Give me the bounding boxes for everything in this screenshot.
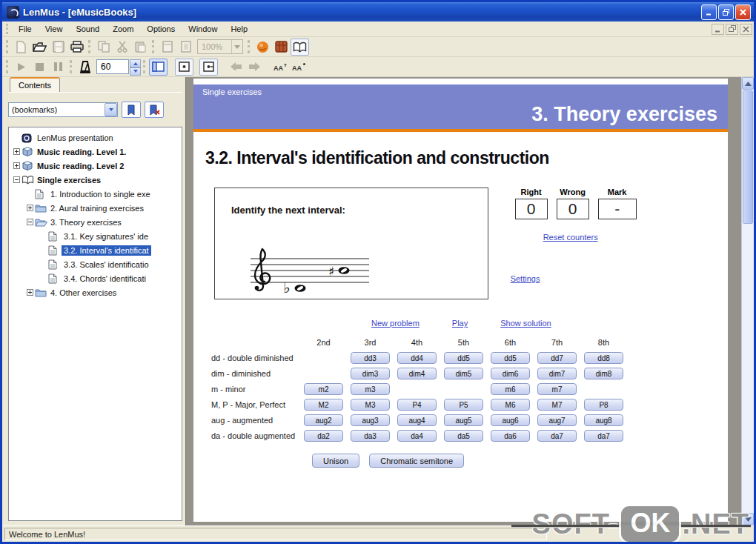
interval-button[interactable]: aug3 (351, 414, 390, 426)
interval-button[interactable]: aug4 (397, 414, 437, 426)
tree-item-label[interactable]: 3. Theory exercises (48, 217, 124, 228)
font-increase-button[interactable]: AA (271, 59, 290, 76)
forward-button[interactable] (245, 59, 264, 76)
mdi-restore-button[interactable] (726, 24, 738, 35)
interval-button[interactable]: da3 (351, 430, 390, 442)
interval-button[interactable]: da6 (491, 430, 530, 442)
zoom-select[interactable]: 100% (197, 39, 243, 54)
expander-minus-icon[interactable] (12, 176, 21, 183)
interval-button[interactable]: dim6 (491, 368, 530, 379)
tab-contents[interactable]: Contents (10, 77, 60, 92)
interval-button[interactable]: da7 (537, 430, 577, 442)
interval-button[interactable]: dim4 (397, 368, 437, 379)
interval-button[interactable]: M2 (304, 399, 343, 411)
toolbar-grip[interactable] (248, 40, 251, 53)
midi-sound-button[interactable] (253, 39, 272, 56)
tree-item[interactable]: 3.2. Interval's identificat (10, 243, 180, 257)
scroll-down-button[interactable] (742, 513, 754, 525)
toolbar-grip[interactable] (152, 40, 156, 53)
tree-item[interactable]: Music reading. Level 1. (10, 145, 180, 159)
bookmarks-dropdown-arrow[interactable] (105, 103, 117, 116)
interval-button[interactable]: m7 (537, 383, 577, 395)
expander-plus-icon[interactable] (12, 148, 21, 155)
settings-link[interactable]: Settings (511, 274, 540, 283)
expander-plus-icon[interactable] (25, 289, 35, 296)
back-button[interactable] (227, 59, 245, 76)
interval-button[interactable]: dd5 (444, 352, 483, 364)
reset-counters-link[interactable]: Reset counters (543, 233, 598, 242)
show-solution-link[interactable]: Show solution (500, 319, 551, 328)
interval-button[interactable]: da4 (397, 430, 437, 442)
scroll-up-button[interactable] (742, 77, 754, 90)
print-preview-button[interactable] (176, 39, 195, 56)
instrument-button[interactable] (272, 39, 291, 56)
tempo-input[interactable] (96, 59, 129, 74)
music-book-button[interactable] (291, 39, 309, 56)
interval-button[interactable]: P8 (584, 399, 623, 411)
tree-item-label[interactable]: 3.1. Key signatures' ide (62, 231, 150, 242)
play-button[interactable] (12, 59, 30, 76)
interval-button[interactable]: da5 (444, 430, 483, 442)
pause-button[interactable] (49, 59, 67, 76)
tree-item-label[interactable]: 3.3. Scales' identificatio (62, 259, 151, 270)
interval-button[interactable]: dim8 (584, 368, 623, 379)
expander-plus-icon[interactable] (25, 205, 35, 211)
tree-item-label[interactable]: 3.2. Interval's identificat (62, 245, 151, 256)
interval-button[interactable]: m6 (491, 383, 530, 395)
copy-button[interactable] (94, 39, 113, 56)
play-link[interactable]: Play (452, 319, 468, 328)
page-setup-button[interactable] (158, 39, 176, 56)
tree-item[interactable]: LenMus presentation (10, 130, 180, 145)
interval-button[interactable]: dd4 (397, 352, 437, 364)
print-button[interactable] (67, 39, 86, 56)
toolbar-grip[interactable] (143, 60, 147, 73)
new-document-button[interactable] (12, 39, 30, 56)
interval-button[interactable]: dd7 (537, 352, 577, 364)
tree-item[interactable]: Music reading. Level 2 (10, 159, 180, 173)
interval-button[interactable]: M7 (537, 399, 577, 411)
restore-button[interactable] (718, 4, 734, 20)
vertical-scrollbar[interactable] (741, 77, 754, 525)
tree-item[interactable]: 3.1. Key signatures' ide (10, 229, 180, 243)
toggle-sidebar-button[interactable] (149, 59, 168, 76)
close-button[interactable] (735, 4, 751, 20)
mdi-close-button[interactable] (740, 24, 752, 35)
page-view-button-1[interactable] (175, 59, 193, 76)
open-file-button[interactable] (30, 39, 49, 56)
interval-button[interactable]: da7 (584, 430, 623, 442)
interval-button[interactable]: m3 (351, 383, 390, 395)
interval-button[interactable]: P5 (444, 399, 483, 411)
interval-button[interactable]: aug5 (444, 414, 483, 426)
special-interval-button[interactable]: Chromatic semitone (369, 454, 464, 468)
tree-item-label[interactable]: Single exercises (35, 175, 103, 185)
save-button[interactable] (49, 39, 67, 56)
interval-button[interactable]: dim3 (351, 368, 390, 379)
interval-button[interactable]: aug6 (491, 414, 530, 426)
menu-file[interactable]: File (12, 22, 39, 36)
menu-view[interactable]: View (39, 22, 70, 36)
menu-help[interactable]: Help (224, 22, 254, 36)
menu-zoom[interactable]: Zoom (106, 22, 140, 36)
expander-minus-icon[interactable] (25, 219, 35, 225)
interval-button[interactable]: aug7 (537, 414, 577, 426)
tree-item[interactable]: 2. Aural training exercises (10, 201, 180, 215)
title-bar[interactable]: LenMus - [eMusicBooks] (2, 2, 754, 21)
zoom-dropdown-arrow[interactable] (231, 40, 242, 53)
tree-item-label[interactable]: Music reading. Level 1. (35, 147, 128, 157)
interval-button[interactable]: P4 (397, 399, 437, 411)
menu-window[interactable]: Window (182, 22, 224, 36)
bookmarks-dropdown[interactable]: (bookmarks) (8, 102, 118, 117)
tempo-spinner[interactable] (130, 59, 141, 74)
new-problem-link[interactable]: New problem (371, 319, 420, 328)
special-interval-button[interactable]: Unison (312, 454, 359, 468)
toolbar-grip[interactable] (6, 40, 10, 53)
interval-button[interactable]: dim5 (444, 368, 483, 379)
menu-options[interactable]: Options (140, 22, 182, 36)
delete-bookmark-button[interactable] (145, 102, 164, 118)
tree-item[interactable]: 3.4. Chords' identificati (10, 271, 180, 285)
menu-sound[interactable]: Sound (69, 22, 106, 36)
tree-item-label[interactable]: LenMus presentation (35, 133, 116, 143)
interval-button[interactable]: dd3 (351, 352, 390, 364)
tree-item-label[interactable]: 3.4. Chords' identificati (62, 273, 148, 284)
tree-item[interactable]: 1. Introduction to single exe (10, 187, 180, 201)
